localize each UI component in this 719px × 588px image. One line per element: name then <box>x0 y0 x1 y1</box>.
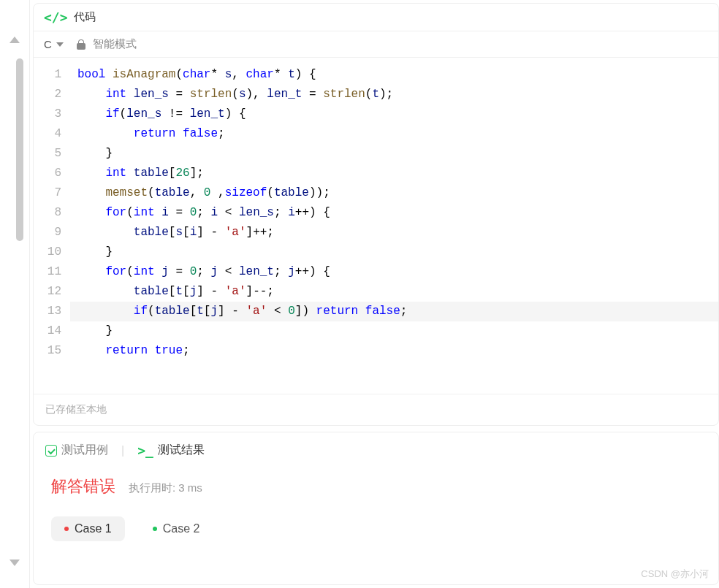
case-tab[interactable]: Case 1 <box>51 516 125 541</box>
runtime-text: 执行用时: 3 ms <box>129 481 202 495</box>
code-line[interactable]: if(table[t[j] - 'a' < 0]) return false; <box>70 302 718 321</box>
case-tab-label: Case 2 <box>163 522 200 535</box>
code-line[interactable]: int len_s = strlen(s), len_t = strlen(t)… <box>70 85 718 104</box>
tab-testcase[interactable]: 测试用例 <box>45 443 108 458</box>
line-number: 14 <box>34 321 61 341</box>
code-line[interactable]: table[t[j] - 'a']--; <box>70 282 718 302</box>
lock-icon <box>77 39 85 50</box>
code-line[interactable]: } <box>70 321 718 341</box>
line-number: 12 <box>34 282 61 302</box>
line-number: 7 <box>34 183 61 203</box>
tab-result[interactable]: >_ 测试结果 <box>137 443 205 458</box>
code-line[interactable]: memset(table, 0 ,sizeof(table)); <box>70 183 718 203</box>
result-status-row: 解答错误 执行用时: 3 ms <box>34 465 718 508</box>
code-line[interactable]: int table[26]; <box>70 164 718 183</box>
watermark: CSDN @亦小河 <box>641 568 709 581</box>
code-line[interactable]: return true; <box>70 341 718 361</box>
code-line[interactable]: table[s[i] - 'a']++; <box>70 223 718 243</box>
code-line[interactable]: } <box>70 243 718 262</box>
editor-toolbar: C 智能模式 <box>34 31 718 58</box>
scroll-up-arrow[interactable] <box>9 37 20 43</box>
chevron-down-icon <box>56 42 64 47</box>
code-line[interactable]: } <box>70 144 718 164</box>
line-number: 4 <box>34 124 61 144</box>
line-number: 1 <box>34 65 61 85</box>
line-number-gutter: 123456789101112131415 <box>34 65 70 394</box>
code-line[interactable]: if(len_s != len_t) { <box>70 104 718 124</box>
scrollbar-thumb[interactable] <box>16 58 23 241</box>
save-status: 已存储至本地 <box>34 394 718 425</box>
code-panel-header: </> 代码 <box>34 4 718 31</box>
tab-divider: | <box>121 444 124 457</box>
code-panel-title: 代码 <box>74 10 96 24</box>
case-tab-label: Case 1 <box>75 522 112 535</box>
code-area[interactable]: bool isAnagram(char* s, char* t) { int l… <box>70 65 718 394</box>
scroll-down-arrow[interactable] <box>9 560 20 566</box>
code-line[interactable]: return false; <box>70 124 718 144</box>
line-number: 13 <box>34 302 61 321</box>
fail-dot-icon <box>64 527 69 531</box>
line-number: 11 <box>34 262 61 282</box>
tab-testcase-label: 测试用例 <box>61 443 108 458</box>
line-number: 8 <box>34 203 61 223</box>
tab-result-label: 测试结果 <box>158 443 205 458</box>
check-icon <box>45 445 57 457</box>
terminal-icon: >_ <box>137 443 153 458</box>
language-label: C <box>44 38 52 50</box>
line-number: 3 <box>34 104 61 124</box>
scroll-gutter <box>0 0 29 588</box>
line-number: 15 <box>34 341 61 361</box>
case-tabs: Case 1Case 2 <box>34 508 718 550</box>
code-line[interactable]: bool isAnagram(char* s, char* t) { <box>70 65 718 85</box>
code-panel: </> 代码 C 智能模式 123456789101112131415 bool… <box>33 3 719 426</box>
result-status-text: 解答错误 <box>51 476 115 497</box>
case-tab[interactable]: Case 2 <box>140 516 213 541</box>
line-number: 9 <box>34 223 61 243</box>
line-number: 5 <box>34 144 61 164</box>
line-number: 10 <box>34 243 61 262</box>
language-selector[interactable]: C <box>44 38 64 50</box>
line-number: 6 <box>34 164 61 183</box>
line-number: 2 <box>34 85 61 104</box>
results-panel: 测试用例 | >_ 测试结果 解答错误 执行用时: 3 ms Case 1Cas… <box>33 432 719 585</box>
smart-mode-label: 智能模式 <box>93 37 137 51</box>
code-icon: </> <box>44 9 68 25</box>
code-line[interactable]: for(int i = 0; i < len_s; i++) { <box>70 203 718 223</box>
code-editor[interactable]: 123456789101112131415 bool isAnagram(cha… <box>34 58 718 394</box>
pass-dot-icon <box>153 527 157 531</box>
code-line[interactable]: for(int j = 0; j < len_t; j++) { <box>70 262 718 282</box>
results-tabs: 测试用例 | >_ 测试结果 <box>34 432 718 465</box>
